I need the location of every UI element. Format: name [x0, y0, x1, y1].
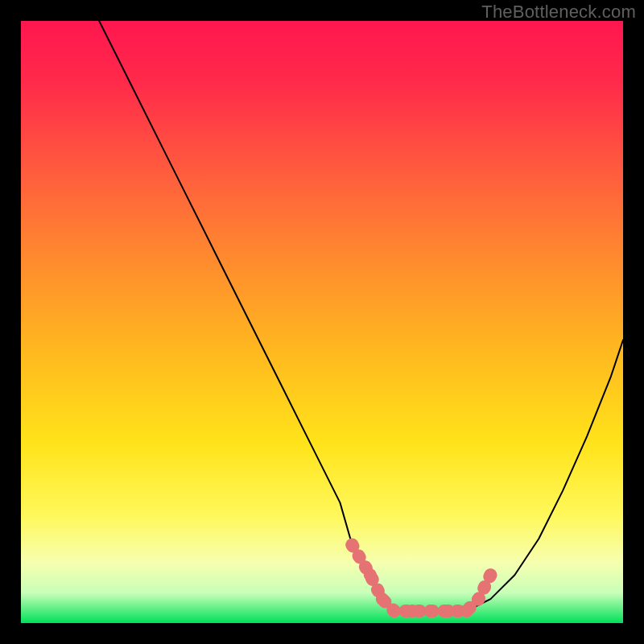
- bottleneck-plot: [21, 21, 623, 623]
- marker-dot: [442, 605, 455, 617]
- marker-dot: [364, 568, 377, 581]
- marker-dot: [424, 605, 437, 617]
- marker-dot: [345, 539, 358, 551]
- marker-dot: [376, 592, 389, 605]
- chart-frame: TheBottleneck.com: [0, 0, 644, 644]
- marker-dot: [460, 605, 473, 617]
- marker-dot: [406, 605, 419, 617]
- marker-dot: [388, 605, 401, 617]
- gradient-background: [21, 21, 623, 623]
- marker-dot: [473, 592, 485, 605]
- marker-dot: [484, 568, 497, 581]
- watermark-text: TheBottleneck.com: [481, 2, 636, 23]
